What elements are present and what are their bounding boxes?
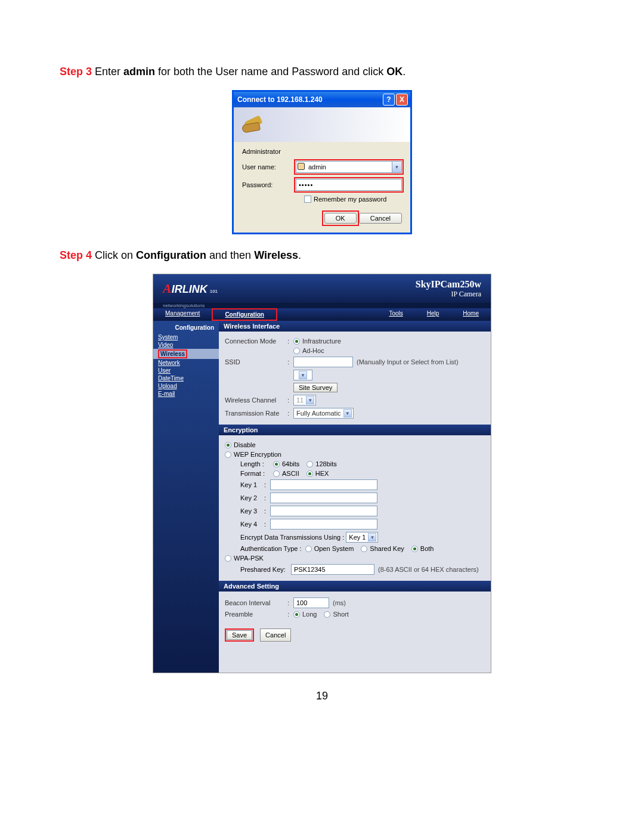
section-wireless-interface: Wireless Interface — [219, 321, 491, 332]
preamble-label: Preamble — [225, 611, 287, 618]
sidebar-header: Configuration — [153, 323, 219, 333]
ssid-input[interactable] — [293, 357, 353, 367]
radio-open-system[interactable]: Open System — [305, 545, 354, 552]
encrypt-using-select[interactable]: Key 1▼ — [346, 532, 378, 543]
conn-mode-label: Connection Mode — [225, 337, 287, 345]
sidebar-item-wireless[interactable]: Wireless — [153, 349, 219, 359]
step4-label: Step 4 — [60, 249, 92, 261]
radio-hex[interactable]: HEX — [306, 470, 329, 477]
nav-help[interactable]: Help — [415, 308, 451, 321]
key3-label: Key 3 — [240, 507, 264, 515]
top-nav: Management Configuration Tools Help Home — [153, 308, 491, 321]
dialog-banner — [234, 107, 410, 142]
chevron-down-icon: ▼ — [299, 371, 307, 379]
brand-logo: AIRLINK 101 — [163, 281, 218, 296]
key3-input[interactable] — [270, 506, 377, 516]
nav-management[interactable]: Management — [153, 308, 212, 321]
auth-dialog: Connect to 192.168.1.240 ? X Administrat… — [232, 90, 412, 234]
close-icon[interactable]: X — [396, 94, 408, 106]
key2-input[interactable] — [270, 493, 377, 503]
radio-both[interactable]: Both — [411, 545, 434, 552]
radio-long[interactable]: Long — [293, 611, 317, 618]
radio-wep[interactable]: WEP Encryption — [225, 451, 281, 458]
step3-label: Step 3 — [60, 66, 92, 78]
dialog-title: Connect to 192.168.1.240 — [237, 95, 382, 104]
step4-text: Step 4 Click on Configuration and then W… — [60, 249, 584, 262]
key4-input[interactable] — [270, 519, 377, 529]
cancel-button[interactable]: Cancel — [260, 628, 291, 642]
beacon-label: Beacon Interval — [225, 599, 287, 606]
length-label: Length : — [240, 460, 273, 467]
key1-label: Key 1 — [240, 481, 264, 488]
channel-select[interactable]: 11▼ — [293, 395, 316, 405]
sidebar-item-email[interactable]: E-mail — [153, 390, 219, 398]
radio-short[interactable]: Short — [324, 611, 348, 618]
sidebar: Configuration System Video Wireless Netw… — [153, 321, 219, 673]
rate-select[interactable]: Fully Automatic▼ — [293, 408, 354, 419]
password-label: Password: — [242, 181, 296, 188]
format-label: Format : — [240, 470, 273, 477]
cancel-button[interactable]: Cancel — [359, 213, 402, 224]
content: Wireless Interface Connection Mode: Infr… — [219, 321, 491, 673]
nav-tools[interactable]: Tools — [377, 308, 414, 321]
server-label: Administrator — [242, 148, 402, 155]
chevron-down-icon[interactable]: ▼ — [392, 162, 401, 172]
key2-label: Key 2 — [240, 494, 264, 501]
key1-input[interactable] — [270, 479, 377, 490]
sidebar-item-datetime[interactable]: DateTime — [153, 374, 219, 382]
ssid-hint: (Manually Input or Select from List) — [357, 358, 459, 366]
auth-type-label: Authentication Type : — [240, 545, 302, 552]
psk-label: Preshared Key: — [240, 566, 291, 573]
radio-infrastructure[interactable]: Infrastructure — [293, 337, 341, 345]
nav-home[interactable]: Home — [451, 308, 491, 321]
brand-tagline: networkingsolutions — [153, 303, 491, 308]
dialog-titlebar: Connect to 192.168.1.240 ? X — [234, 92, 410, 107]
username-input[interactable] — [296, 161, 402, 173]
chevron-down-icon: ▼ — [306, 396, 314, 404]
page-number: 19 — [60, 690, 584, 702]
sidebar-item-network[interactable]: Network — [153, 359, 219, 367]
radio-64bits[interactable]: 64bits — [273, 460, 299, 467]
remember-label: Remember my password — [314, 196, 386, 203]
beacon-unit: (ms) — [333, 599, 346, 606]
step3-text: Step 3 Enter admin for both the User nam… — [60, 66, 584, 78]
sidebar-item-user[interactable]: User — [153, 367, 219, 374]
key4-label: Key 4 — [240, 521, 264, 528]
password-input[interactable] — [296, 179, 402, 191]
site-survey-button[interactable]: Site Survey — [293, 383, 338, 392]
chevron-down-icon: ▼ — [343, 409, 352, 417]
username-label: User name: — [242, 163, 296, 171]
radio-shared-key[interactable]: Shared Key — [361, 545, 404, 552]
webui-header: AIRLINK 101 SkyIPCam250w IP Camera — [153, 274, 491, 303]
product-title: SkyIPCam250w — [416, 279, 481, 290]
radio-wpa-psk[interactable]: WPA-PSK — [225, 555, 264, 562]
beacon-input[interactable] — [293, 597, 329, 608]
help-icon[interactable]: ? — [383, 94, 395, 106]
keys-icon — [241, 113, 265, 137]
radio-disable[interactable]: Disable — [225, 441, 256, 448]
save-button[interactable]: Save — [227, 630, 252, 640]
psk-input[interactable] — [291, 564, 374, 575]
rate-label: Transmission Rate — [225, 410, 287, 417]
encrypt-using-label: Encrypt Data Transmissions Using : — [240, 534, 344, 541]
ok-button[interactable]: OK — [324, 213, 357, 224]
product-subtitle: IP Camera — [416, 290, 481, 299]
channel-label: Wireless Channel — [225, 397, 287, 404]
section-advanced: Advanced Setting — [219, 581, 491, 592]
section-encryption: Encryption — [219, 425, 491, 435]
radio-adhoc[interactable]: Ad-Hoc — [293, 347, 324, 354]
remember-checkbox[interactable] — [304, 196, 311, 203]
radio-128bits[interactable]: 128bits — [306, 460, 336, 467]
chevron-down-icon: ▼ — [368, 533, 376, 541]
sidebar-item-upload[interactable]: Upload — [153, 382, 219, 390]
ssid-select[interactable]: ▼ — [293, 370, 312, 380]
psk-hint: (8-63 ASCII or 64 HEX characters) — [378, 566, 479, 573]
sidebar-item-video[interactable]: Video — [153, 341, 219, 349]
ssid-label: SSID — [225, 358, 287, 366]
webui: AIRLINK 101 SkyIPCam250w IP Camera netwo… — [153, 274, 491, 673]
person-icon — [298, 163, 305, 170]
sidebar-item-system[interactable]: System — [153, 333, 219, 341]
radio-ascii[interactable]: ASCII — [273, 470, 299, 477]
nav-configuration[interactable]: Configuration — [212, 308, 277, 321]
